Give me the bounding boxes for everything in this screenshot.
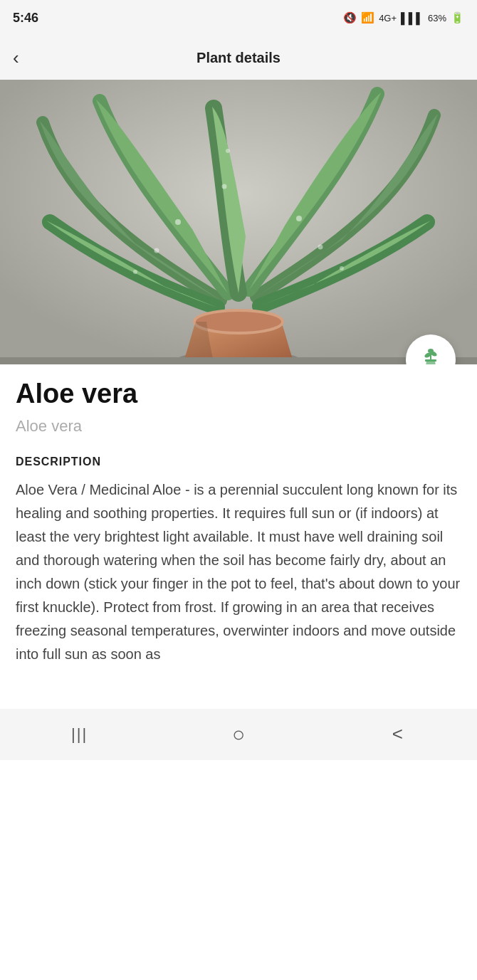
plant-latin-name: Aloe vera: [16, 417, 461, 436]
status-time: 5:46: [13, 11, 38, 26]
svg-point-3: [175, 219, 181, 225]
potted-plant-icon: [417, 344, 444, 365]
plant-illustration: [0, 80, 477, 364]
toolbar: ‹ Plant details: [0, 36, 477, 80]
nav-back-button[interactable]: <: [376, 713, 419, 756]
svg-point-10: [226, 149, 230, 153]
svg-point-4: [154, 248, 159, 253]
wifi-icon: 📶: [361, 11, 374, 24]
svg-point-6: [296, 216, 302, 221]
back-button[interactable]: ‹: [13, 48, 19, 67]
nav-menu-button[interactable]: |||: [58, 713, 101, 756]
svg-rect-15: [425, 359, 436, 362]
nav-home-button[interactable]: ○: [217, 713, 260, 756]
bottom-navigation: ||| ○ <: [0, 709, 477, 760]
svg-point-8: [340, 266, 344, 270]
plant-name-heading: Aloe vera: [16, 379, 461, 410]
mute-icon: 🔇: [343, 11, 357, 24]
plant-image: [0, 80, 477, 364]
back-icon: <: [392, 723, 403, 745]
battery-icon: 🔋: [451, 11, 464, 24]
signal-bars: ▌▌▌: [401, 12, 424, 24]
home-icon: ○: [232, 722, 245, 747]
svg-point-5: [133, 270, 137, 274]
description-label: DESCRIPTION: [16, 455, 461, 468]
page-title: Plant details: [196, 50, 281, 66]
status-icons: 🔇 📶 4G+ ▌▌▌ 63% 🔋: [343, 11, 464, 24]
menu-icon: |||: [71, 725, 88, 744]
svg-point-9: [222, 184, 227, 189]
battery-level: 63%: [428, 13, 446, 23]
svg-point-7: [318, 245, 323, 250]
signal-label: 4G+: [379, 13, 397, 23]
status-bar: 5:46 🔇 📶 4G+ ▌▌▌ 63% 🔋: [0, 0, 477, 36]
plant-description: Aloe Vera / Medicinal Aloe - is a perenn…: [16, 478, 461, 666]
svg-point-19: [428, 349, 434, 353]
plant-details-content: Aloe vera Aloe vera DESCRIPTION Aloe Ver…: [0, 364, 477, 680]
